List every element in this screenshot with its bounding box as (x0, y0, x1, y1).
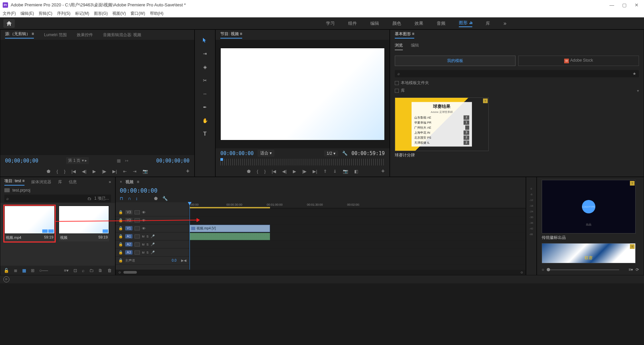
mic-icon[interactable]: 🎤 (151, 234, 155, 238)
panel-menu-icon[interactable]: ≡ (240, 31, 242, 36)
auto-seq-icon[interactable]: ⊡ (73, 268, 77, 273)
source-fwd-icon[interactable]: ↣ (125, 158, 128, 163)
tab-project[interactable]: 项目: test ≡ (4, 178, 24, 186)
hand-tool-icon[interactable]: ✋ (201, 117, 209, 124)
check-libraries[interactable]: 库▾ (395, 88, 639, 93)
menu-window[interactable]: 窗口(W) (130, 11, 145, 16)
go-out-icon[interactable]: ▶| (313, 169, 317, 174)
source-page-select[interactable]: 第 1 页 ▾ ▸ (66, 157, 89, 164)
home-button[interactable] (3, 19, 15, 28)
delete-icon[interactable]: 🗑 (107, 268, 112, 273)
timeline-tc[interactable]: 00:00:00:00 (120, 187, 158, 194)
step-back-icon[interactable]: ◀| (282, 169, 286, 174)
settings-icon[interactable]: 🔧 (162, 196, 168, 201)
tab-essential-graphics[interactable]: 基本图形 ≡ (395, 31, 414, 39)
marker-tool-icon[interactable]: ⬟ (154, 196, 158, 201)
out-point-icon[interactable]: } (264, 169, 266, 174)
lock-icon[interactable]: 🔒 (118, 218, 123, 222)
freeform-view-icon[interactable]: ⊞ (31, 268, 35, 273)
source-fit-icon[interactable]: ▦ (117, 158, 121, 163)
tab-audio-clip-mixer[interactable]: 音频剪辑混合器: 视频 (103, 32, 142, 38)
add-marker-icon[interactable]: ↕ (136, 196, 138, 201)
export-frame-icon[interactable]: 📷 (143, 169, 148, 174)
track-select-tool-icon[interactable]: ⇥ (201, 50, 209, 57)
write-lock-icon[interactable]: 🔓 (4, 268, 9, 273)
source-tc-out[interactable]: 00;00;00;00 (156, 158, 190, 164)
favorite-icon[interactable]: ★ (633, 71, 636, 76)
audio-clip[interactable] (190, 233, 270, 240)
eg-search-input[interactable] (400, 71, 633, 76)
template-logo[interactable]: T 出品 传统徽标出品 (542, 180, 639, 240)
menu-sequence[interactable]: 序列(S) (57, 11, 70, 16)
lock-icon[interactable]: 🔒 (118, 210, 123, 214)
new-bin-icon[interactable]: 🗀 (89, 268, 94, 273)
menu-view[interactable]: 视图(V) (112, 11, 126, 16)
track-v2-header[interactable]: 🔒V2👁 (116, 216, 189, 224)
eye-icon[interactable]: 👁 (142, 226, 146, 230)
lock-icon[interactable]: 🔒 (118, 242, 123, 247)
clip-item-selected[interactable]: 视频.mp459:19 (4, 206, 55, 242)
track-v3-header[interactable]: 🔒V3👁 (116, 208, 189, 216)
maximize-button[interactable]: ▢ (622, 2, 627, 8)
adobe-stock-button[interactable]: StAdobe Stock (518, 56, 639, 66)
workspace-color[interactable]: 颜色 (392, 20, 401, 26)
toggle-sync-icon[interactable] (135, 251, 140, 255)
list-view-icon[interactable]: ≣ (14, 268, 17, 273)
tab-program[interactable]: 节目: 视频 ≡ (220, 31, 242, 39)
track-v2-lane[interactable] (190, 216, 526, 224)
tab-lumetri-scopes[interactable]: Lumetri 范围 (44, 32, 66, 38)
check-local-templates[interactable]: 本地模板文件夹 (395, 80, 639, 86)
fit-dropdown[interactable]: 适合 ▾ (258, 150, 274, 157)
go-in-icon[interactable]: |◀ (71, 169, 76, 174)
eg-tab-browse[interactable]: 浏览 (395, 43, 403, 50)
project-bins[interactable]: 视频.mp459:19 视频59:19 (0, 203, 115, 266)
toggle-sync-icon[interactable] (135, 218, 140, 222)
track-v1-header[interactable]: 🔒V1👁 (116, 224, 189, 232)
razor-tool-icon[interactable]: ✂ (201, 77, 209, 84)
track-a3-header[interactable]: 🔒A3MS🎤 (116, 249, 189, 257)
track-master-lane[interactable] (190, 257, 526, 265)
lift-icon[interactable]: ⇑ (323, 169, 327, 174)
tab-media-browser[interactable]: 媒体浏览器 (31, 179, 51, 185)
folder-icon[interactable] (4, 188, 10, 192)
selection-tool-icon[interactable] (201, 37, 209, 44)
timeline-scrollbar[interactable]: ○○ (116, 270, 526, 275)
timeline-ruler[interactable]: :00:00 00:00:30:00 00:01:00:00 00:01:30:… (190, 202, 526, 208)
play-icon[interactable]: ▶ (93, 169, 96, 174)
icon-view-icon[interactable]: ▦ (22, 268, 26, 273)
out-point-icon[interactable]: } (64, 169, 65, 174)
source-tc-in[interactable]: 00;00;00;00 (5, 158, 38, 164)
track-a1-lane[interactable] (190, 232, 526, 240)
panel-menu-icon[interactable]: ≡ (32, 31, 34, 36)
export-frame-icon[interactable]: 📷 (343, 169, 348, 174)
program-scrubber[interactable] (220, 159, 385, 165)
toggle-sync-icon[interactable] (135, 243, 140, 247)
workspace-effects[interactable]: 效果 (415, 20, 423, 26)
tab-libraries[interactable]: 库 (58, 179, 62, 185)
mic-icon[interactable]: 🎤 (151, 243, 155, 246)
menu-edit[interactable]: 编辑(E) (20, 11, 34, 16)
workspace-editing[interactable]: 编辑 (370, 20, 379, 26)
play-icon[interactable]: ▶ (293, 169, 296, 174)
toggle-sync-icon[interactable] (135, 234, 140, 238)
menu-help[interactable]: 帮助(H) (150, 11, 164, 16)
mic-icon[interactable]: 🎤 (151, 251, 155, 254)
in-point-icon[interactable]: { (257, 169, 258, 174)
linked-selection-icon[interactable]: ∩ (128, 196, 131, 201)
template-scoreboard[interactable]: T 球赛结果 Adobe 足球世界杯 山东鲁能 AE2 华夏幸福 PR1 广州恒… (395, 97, 639, 158)
workspace-graphics[interactable]: 图形 (459, 20, 472, 27)
project-search-input[interactable] (11, 196, 85, 201)
close-button[interactable]: ✕ (635, 2, 639, 8)
marker-icon[interactable]: ⬟ (47, 169, 50, 174)
track-v1-lane[interactable]: 视频.mp4 [V] (190, 224, 526, 232)
workspace-learn[interactable]: 学习 (326, 20, 335, 26)
tab-source[interactable]: 源:（无剪辑）≡ (5, 31, 34, 39)
minimize-button[interactable]: — (609, 2, 614, 8)
zoom-dropdown[interactable]: 1/2 ▾ (324, 150, 338, 156)
step-fwd-icon[interactable]: |▶ (102, 169, 106, 174)
lock-icon[interactable]: 🔒 (118, 234, 123, 238)
type-tool-icon[interactable]: T (201, 130, 209, 138)
track-master-header[interactable]: 🔒主声道0.0▶◀ (116, 257, 189, 265)
close-tab-icon[interactable]: × (120, 180, 122, 184)
eg-search[interactable]: ⌕ ★ (395, 70, 639, 77)
